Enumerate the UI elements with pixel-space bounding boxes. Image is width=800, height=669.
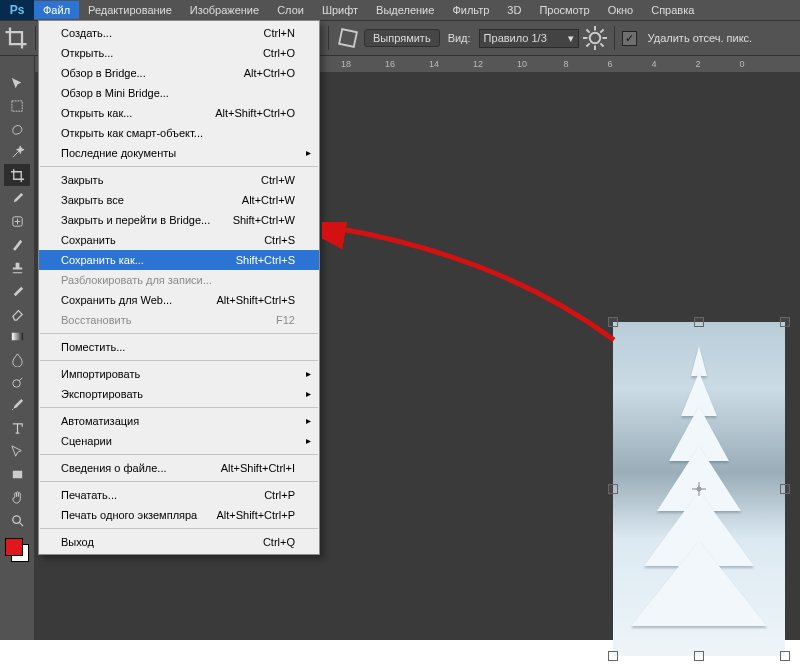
ruler-tick: 12 [456, 59, 500, 69]
tool-lasso[interactable] [4, 118, 30, 140]
menu-item[interactable]: Открыть как...Alt+Shift+Ctrl+O [39, 103, 319, 123]
menu-item[interactable]: Открыть...Ctrl+O [39, 43, 319, 63]
tool-zoom[interactable] [4, 509, 30, 531]
tool-wand[interactable] [4, 141, 30, 163]
view-select[interactable]: Правило 1/3 ▾ [479, 29, 579, 48]
menu-item-просмотр[interactable]: Просмотр [530, 1, 598, 19]
tool-brush[interactable] [4, 233, 30, 255]
tool-type[interactable] [4, 417, 30, 439]
transform-handle[interactable] [694, 651, 704, 661]
ruler-tick: 4 [632, 59, 676, 69]
menu-item-shortcut: Shift+Ctrl+W [233, 213, 295, 227]
menu-item-label: Обзор в Mini Bridge... [61, 86, 169, 100]
menu-item-shortcut: Ctrl+Q [263, 535, 295, 549]
image-transform-frame[interactable] [613, 322, 785, 656]
tool-move[interactable] [4, 72, 30, 94]
delete-crop-checkbox[interactable]: ✓ [622, 31, 637, 46]
menu-item-выделение[interactable]: Выделение [367, 1, 443, 19]
tool-eyedrop[interactable] [4, 187, 30, 209]
menu-item-label: Последние документы [61, 146, 176, 160]
menu-item-shortcut: F12 [276, 313, 295, 327]
tool-pen[interactable] [4, 394, 30, 416]
tool-eraser[interactable] [4, 302, 30, 324]
tool-blur[interactable] [4, 348, 30, 370]
transform-handle[interactable] [608, 651, 618, 661]
transform-handle[interactable] [608, 484, 618, 494]
tool-marquee[interactable] [4, 95, 30, 117]
tool-path[interactable] [4, 440, 30, 462]
tool-hand[interactable] [4, 486, 30, 508]
tool-history[interactable] [4, 279, 30, 301]
foreground-swatch[interactable] [5, 538, 23, 556]
transform-center-icon[interactable] [692, 482, 706, 496]
menu-item-label: Закрыть все [61, 193, 124, 207]
menu-item: ВосстановитьF12 [39, 310, 319, 330]
straighten-button[interactable]: Выпрямить [364, 29, 440, 47]
menu-item[interactable]: Печатать...Ctrl+P [39, 485, 319, 505]
menu-item[interactable]: Автоматизация [39, 411, 319, 431]
ruler-tick: 6 [588, 59, 632, 69]
tools-panel [0, 56, 35, 640]
menu-item[interactable]: Экспортировать [39, 384, 319, 404]
menu-item[interactable]: Импортировать [39, 364, 319, 384]
menu-item[interactable]: ВыходCtrl+Q [39, 532, 319, 552]
menu-item-label: Экспортировать [61, 387, 143, 401]
menu-item[interactable]: Печать одного экземпляраAlt+Shift+Ctrl+P [39, 505, 319, 525]
menu-item-label: Поместить... [61, 340, 125, 354]
view-select-value: Правило 1/3 [484, 32, 547, 44]
view-label: Вид: [444, 32, 475, 44]
tool-rect[interactable] [4, 463, 30, 485]
tool-gradient[interactable] [4, 325, 30, 347]
menu-item[interactable]: Сохранить для Web...Alt+Shift+Ctrl+S [39, 290, 319, 310]
menu-item-редактирование[interactable]: Редактирование [79, 1, 181, 19]
menu-item[interactable]: Закрыть и перейти в Bridge...Shift+Ctrl+… [39, 210, 319, 230]
menu-item-шрифт[interactable]: Шрифт [313, 1, 367, 19]
menu-item-shortcut: Alt+Shift+Ctrl+S [216, 293, 295, 307]
tool-dodge[interactable] [4, 371, 30, 393]
menu-item[interactable]: Закрыть всеAlt+Ctrl+W [39, 190, 319, 210]
transform-handle[interactable] [780, 317, 790, 327]
app-window: Ps ФайлРедактированиеИзображениеСлоиШриф… [0, 0, 800, 640]
ruler-tick: 2 [676, 59, 720, 69]
menu-item[interactable]: Открыть как смарт-объект... [39, 123, 319, 143]
menu-item[interactable]: Создать...Ctrl+N [39, 23, 319, 43]
tool-heal[interactable] [4, 210, 30, 232]
transform-handle[interactable] [694, 317, 704, 327]
crop-tool-icon[interactable] [4, 26, 28, 50]
menu-item[interactable]: Сведения о файле...Alt+Shift+Ctrl+I [39, 458, 319, 478]
menu-item-окно[interactable]: Окно [599, 1, 643, 19]
menu-separator [40, 166, 318, 167]
tool-crop[interactable] [4, 164, 30, 186]
menu-item-label: Закрыть [61, 173, 103, 187]
menu-item[interactable]: Последние документы [39, 143, 319, 163]
svg-point-15 [12, 515, 20, 523]
menu-item-label: Создать... [61, 26, 112, 40]
menu-item-label: Открыть как... [61, 106, 132, 120]
rotate-icon[interactable] [336, 26, 360, 50]
menu-item[interactable]: Обзор в Bridge...Alt+Ctrl+O [39, 63, 319, 83]
menu-item-3d[interactable]: 3D [498, 1, 530, 19]
menu-item[interactable]: Сценарии [39, 431, 319, 451]
gear-icon[interactable] [583, 26, 607, 50]
transform-handle[interactable] [780, 651, 790, 661]
ruler-tick: 18 [324, 59, 368, 69]
menubar: Ps ФайлРедактированиеИзображениеСлоиШриф… [0, 0, 800, 20]
menu-item[interactable]: Поместить... [39, 337, 319, 357]
menu-item[interactable]: Сохранить как...Shift+Ctrl+S [39, 250, 319, 270]
menu-item-shortcut: Alt+Ctrl+O [244, 66, 295, 80]
transform-handle[interactable] [780, 484, 790, 494]
menu-separator [40, 360, 318, 361]
menu-item-фильтр[interactable]: Фильтр [443, 1, 498, 19]
menu-item-слои[interactable]: Слои [268, 1, 313, 19]
menu-separator [40, 454, 318, 455]
tool-stamp[interactable] [4, 256, 30, 278]
menu-item[interactable]: Обзор в Mini Bridge... [39, 83, 319, 103]
menu-item-label: Сценарии [61, 434, 112, 448]
menu-item-файл[interactable]: Файл [34, 1, 79, 19]
menu-item-справка[interactable]: Справка [642, 1, 703, 19]
color-swatches[interactable] [5, 538, 29, 562]
menu-item-изображение[interactable]: Изображение [181, 1, 268, 19]
menu-item[interactable]: СохранитьCtrl+S [39, 230, 319, 250]
transform-handle[interactable] [608, 317, 618, 327]
menu-item[interactable]: ЗакрытьCtrl+W [39, 170, 319, 190]
